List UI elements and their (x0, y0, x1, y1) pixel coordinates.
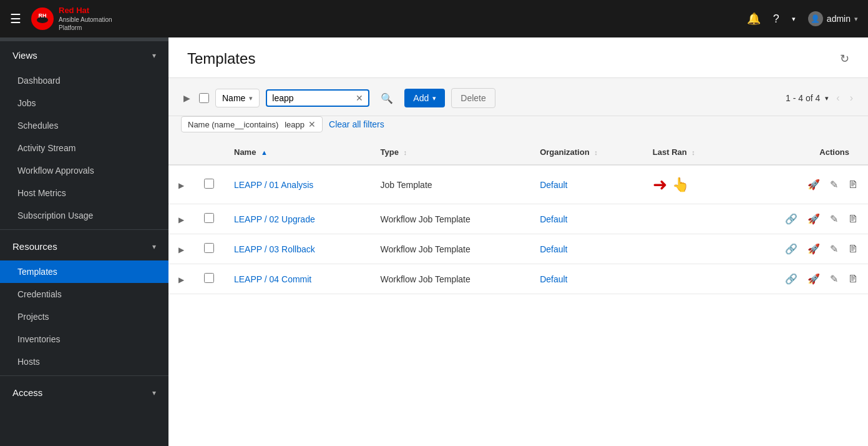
sidebar-access-label: Access (12, 387, 42, 398)
toolbar: ▶ Name ▾ ✕ 🔍 Add ▾ Delete (168, 78, 868, 116)
copy-action-icon[interactable]: 🖹 (848, 274, 858, 285)
history-icon[interactable]: ↻ (840, 52, 849, 66)
search-button[interactable]: 🔍 (376, 90, 398, 107)
row-name-link[interactable]: LEAPP / 04 Commit (234, 274, 311, 284)
sidebar-item-subscription-usage[interactable]: Subscription Usage (0, 204, 168, 227)
edit-action-icon[interactable]: ✎ (830, 243, 838, 255)
user-dropdown-icon[interactable]: ▾ (854, 15, 858, 23)
sidebar-item-host-metrics[interactable]: Host Metrics (0, 182, 168, 204)
row-last-ran (643, 204, 733, 234)
delete-button[interactable]: Delete (451, 88, 495, 108)
row-expand-icon[interactable]: ▶ (178, 245, 184, 254)
sidebar-item-dashboard[interactable]: Dashboard (0, 69, 168, 92)
add-button[interactable]: Add ▾ (404, 89, 445, 107)
col-actions: Actions (733, 140, 868, 165)
sidebar-item-hosts[interactable]: Hosts (0, 350, 168, 373)
search-input[interactable] (272, 93, 353, 103)
edit-action-icon[interactable]: ✎ (830, 273, 838, 285)
run-action-icon[interactable]: 🚀 (807, 243, 820, 255)
row-checkbox[interactable] (204, 213, 214, 223)
sidebar-item-schedules[interactable]: Schedules (0, 114, 168, 137)
hamburger-menu-icon[interactable]: ☰ (10, 11, 21, 26)
col-last-ran[interactable]: Last Ran ↕ (643, 140, 733, 165)
copy-action-icon[interactable]: 🖹 (848, 179, 858, 191)
page-title: Templates (187, 50, 255, 67)
prev-page-button[interactable]: ‹ (834, 91, 842, 105)
run-action-icon[interactable]: 🚀 (807, 273, 820, 285)
sidebar: Views ▾ Dashboard Jobs Schedules Activit… (0, 37, 168, 446)
col-actions-label: Actions (819, 147, 849, 157)
col-organization[interactable]: Organization ↕ (530, 140, 643, 165)
row-org-link[interactable]: Default (540, 274, 567, 284)
workflow-icon[interactable]: 🔗 (785, 213, 797, 225)
copy-action-icon[interactable]: 🖹 (848, 244, 858, 255)
sidebar-section-access[interactable]: Access ▾ (0, 379, 168, 407)
notification-icon[interactable]: 🔔 (747, 12, 761, 26)
sidebar-item-credentials[interactable]: Credentials (0, 283, 168, 305)
user-label: admin (827, 14, 851, 24)
workflow-icon[interactable]: 🔗 (785, 273, 797, 285)
edit-action-icon[interactable]: ✎ (830, 213, 838, 225)
copy-action-icon[interactable]: 🖹 (848, 214, 858, 225)
sidebar-item-projects[interactable]: Projects (0, 305, 168, 328)
user-menu[interactable]: 👤 admin ▾ (808, 11, 858, 26)
col-name[interactable]: Name ▲ (224, 140, 371, 165)
run-action-icon[interactable]: 🚀 (807, 213, 820, 225)
sidebar-item-activity-stream[interactable]: Activity Stream (0, 137, 168, 159)
pagination-dropdown-icon[interactable]: ▾ (825, 94, 829, 102)
type-sort-icon[interactable]: ↕ (404, 149, 407, 156)
pagination-text: 1 - 4 of 4 (786, 93, 820, 103)
row-name-link[interactable]: LEAPP / 03 Rollback (234, 244, 315, 254)
templates-table: Name ▲ Type ↕ Organization ↕ Last Ran (168, 140, 868, 294)
sidebar-item-jobs[interactable]: Jobs (0, 92, 168, 114)
filter-tag-remove-icon[interactable]: ✕ (308, 119, 316, 129)
row-org-link[interactable]: Default (540, 180, 567, 190)
sidebar-item-templates[interactable]: Templates (0, 260, 168, 283)
sidebar-section-views[interactable]: Views ▾ (0, 41, 168, 69)
select-all-checkbox[interactable] (199, 93, 209, 103)
row-expand-icon[interactable]: ▶ (178, 275, 184, 284)
row-expand-icon[interactable]: ▶ (178, 181, 184, 190)
sidebar-views-label: Views (12, 50, 37, 61)
row-checkbox[interactable] (204, 243, 214, 253)
org-sort-icon[interactable]: ↕ (594, 149, 598, 156)
clear-filters-button[interactable]: Clear all filters (329, 119, 384, 129)
sidebar-section-resources[interactable]: Resources ▾ (0, 232, 168, 260)
row-name-link[interactable]: LEAPP / 02 Upgrade (234, 214, 315, 224)
redhat-logo-icon: RH (31, 7, 54, 30)
edit-action-icon[interactable]: ✎ (830, 179, 838, 191)
table-row: ▶ LEAPP / 02 Upgrade Workflow Job Templa… (168, 204, 868, 234)
row-last-ran (643, 234, 733, 264)
filter-tag-label: Name (name__icontains) (188, 120, 278, 129)
sidebar-item-inventories[interactable]: Inventories (0, 328, 168, 350)
workflow-icon[interactable]: 🔗 (785, 243, 797, 255)
expand-toggle-icon[interactable]: ▶ (181, 91, 193, 106)
row-org-link[interactable]: Default (540, 244, 567, 254)
filter-select[interactable]: Name ▾ (215, 89, 260, 107)
row-type: Workflow Job Template (371, 234, 530, 264)
col-lastran-label: Last Ran (653, 147, 687, 157)
row-org-link[interactable]: Default (540, 214, 567, 224)
sidebar-resources-label: Resources (12, 241, 57, 252)
row-name-link[interactable]: LEAPP / 01 Analysis (234, 180, 313, 190)
row-expand-icon[interactable]: ▶ (178, 216, 184, 224)
sidebar-item-workflow-approvals[interactable]: Workflow Approvals (0, 159, 168, 182)
user-avatar-icon: 👤 (808, 11, 823, 26)
col-type[interactable]: Type ↕ (371, 140, 530, 165)
next-page-button[interactable]: › (847, 91, 856, 105)
help-dropdown-icon[interactable]: ▾ (792, 15, 796, 23)
sidebar-resources-chevron: ▾ (152, 242, 156, 251)
row-checkbox[interactable] (204, 179, 214, 189)
row-checkbox[interactable] (204, 273, 214, 283)
row-type: Job Template (371, 165, 530, 204)
lastran-sort-icon[interactable]: ↕ (691, 149, 695, 156)
table-row: ▶ LEAPP / 03 Rollback Workflow Job Templ… (168, 234, 868, 264)
help-icon[interactable]: ? (773, 12, 779, 26)
brand-subtitle: Ansible AutomationPlatform (59, 16, 112, 32)
col-type-label: Type (381, 147, 399, 157)
name-sort-icon[interactable]: ▲ (261, 149, 268, 156)
table-row: ▶ LEAPP / 04 Commit Workflow Job Templat… (168, 264, 868, 294)
col-name-label: Name (234, 147, 256, 157)
run-action-icon[interactable]: 🚀 (807, 179, 820, 191)
clear-search-icon[interactable]: ✕ (356, 93, 363, 103)
